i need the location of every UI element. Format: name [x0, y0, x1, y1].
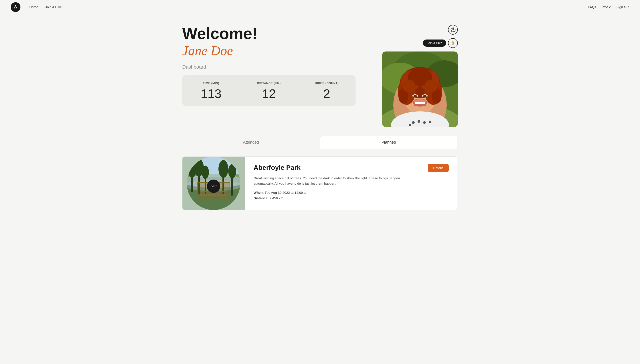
hike-header: Aberfoyle Park Details [254, 164, 449, 172]
svg-rect-55 [225, 191, 226, 196]
runner-icon-btn[interactable]: 🏃 [448, 38, 458, 48]
nav-join-hike[interactable]: Join A Hike [45, 5, 62, 9]
tabs-bar: Attended Planned [182, 136, 458, 149]
svg-rect-50 [202, 191, 203, 196]
navbar: Home Join A Hike FAQs Profile Sign Out [0, 0, 640, 14]
stat-hikes: HIKES (count) 2 [298, 75, 356, 106]
hike-details-button[interactable]: Details [428, 164, 449, 172]
top-section: Welcome! Jane Doe Dashboard TIME (min) 1… [182, 25, 458, 127]
hike-card: past Aberfoyle Park Details Great runnin… [182, 156, 458, 210]
svg-rect-26 [415, 102, 425, 104]
profile-photo [382, 52, 458, 127]
hike-description: Great running space full of trees. You n… [254, 176, 409, 186]
svg-point-28 [412, 121, 415, 124]
hike-when-label: When: [254, 191, 264, 194]
tab-planned[interactable]: Planned [320, 136, 458, 149]
stats-grid: TIME (min) 113 DISTANCE (km) 12 HIKES (c… [182, 75, 356, 106]
nav-links-right: FAQs Profile Sign Out [588, 5, 629, 9]
hike-distance: Distance: 2.456 km [254, 196, 449, 200]
svg-rect-54 [220, 191, 221, 196]
welcome-block: Welcome! Jane Doe Dashboard TIME (min) 1… [182, 25, 373, 106]
hike-distance-value: 2.456 km [270, 196, 283, 200]
nav-home[interactable]: Home [29, 5, 38, 9]
stat-distance-value: 12 [247, 88, 290, 100]
runner-icon: 🏃 [450, 40, 456, 46]
nav-sign-out[interactable]: Sign Out [616, 5, 629, 9]
stat-time: TIME (min) 113 [182, 75, 240, 106]
join-hike-pill: Join A Hike 🏃 [423, 38, 458, 48]
logo[interactable] [11, 2, 21, 12]
welcome-username: Jane Doe [182, 43, 373, 58]
svg-point-44 [202, 166, 209, 179]
svg-rect-49 [200, 194, 227, 196]
stat-time-value: 113 [189, 88, 233, 100]
svg-point-1 [15, 5, 16, 6]
svg-point-17 [402, 80, 415, 92]
stat-hikes-label: HIKES (count) [305, 82, 348, 85]
main-content: Welcome! Jane Doe Dashboard TIME (min) 1… [164, 14, 476, 224]
svg-point-48 [228, 164, 236, 178]
action-icons-row: ⚽ [448, 25, 458, 34]
svg-point-32 [409, 124, 411, 126]
svg-point-29 [417, 120, 420, 123]
logo-icon [11, 2, 21, 12]
stat-distance-label: DISTANCE (km) [247, 82, 290, 85]
soccer-ball-icon: ⚽ [450, 27, 456, 32]
hike-image-area: past [182, 157, 245, 210]
nav-faqs[interactable]: FAQs [588, 5, 596, 9]
tabs-section: Attended Planned [182, 136, 458, 149]
hike-distance-label: Distance: [254, 196, 269, 200]
past-badge: past [207, 180, 220, 193]
svg-point-30 [423, 121, 426, 124]
hike-when-value: Tue Aug 30 2022 at 12:00 am [265, 191, 308, 194]
svg-point-18 [424, 80, 438, 92]
dashboard-label: Dashboard [182, 64, 373, 70]
hike-details: Aberfoyle Park Details Great running spa… [245, 157, 458, 210]
nav-profile[interactable]: Profile [601, 5, 611, 9]
hike-meta: When: Tue Aug 30 2022 at 12:00 am Distan… [254, 191, 449, 200]
nav-links-left: Home Join A Hike [29, 5, 62, 9]
stat-hikes-value: 2 [305, 88, 348, 100]
right-block: ⚽ Join A Hike 🏃 [382, 25, 458, 127]
svg-rect-51 [207, 191, 208, 196]
tab-attended[interactable]: Attended [182, 136, 320, 149]
join-hike-badge[interactable]: Join A Hike [423, 40, 446, 46]
welcome-greeting: Welcome! [182, 25, 373, 42]
profile-photo-inner [382, 52, 458, 127]
stat-distance: DISTANCE (km) 12 [240, 75, 298, 106]
svg-point-46 [219, 160, 228, 178]
soccer-icon-btn[interactable]: ⚽ [448, 25, 458, 34]
svg-point-21 [413, 95, 417, 97]
svg-point-31 [429, 121, 431, 123]
svg-point-22 [423, 95, 427, 97]
hike-when: When: Tue Aug 30 2022 at 12:00 am [254, 191, 449, 194]
stat-time-label: TIME (min) [189, 82, 233, 85]
hike-title: Aberfoyle Park [254, 164, 301, 171]
